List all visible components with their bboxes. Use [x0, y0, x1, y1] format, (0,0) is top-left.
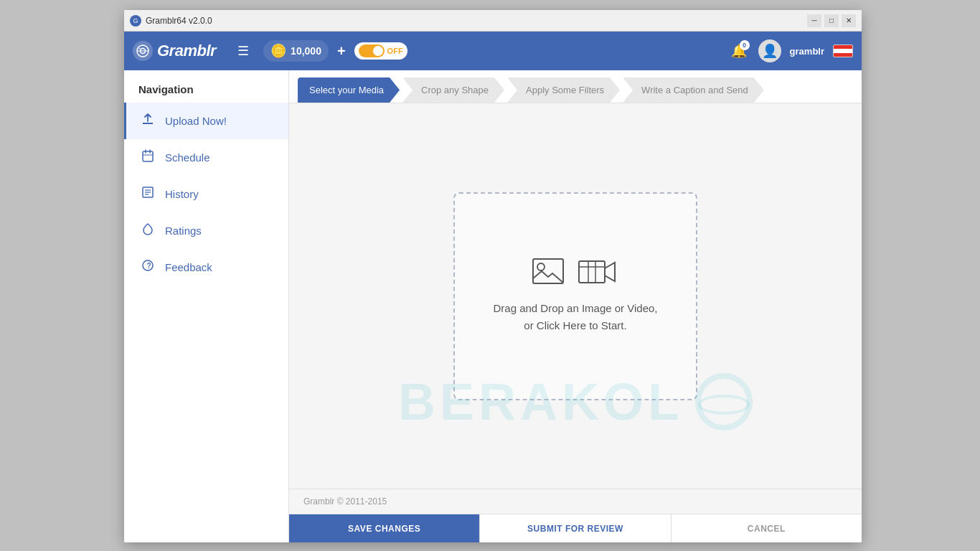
toggle-knob — [373, 46, 383, 56]
cancel-button[interactable]: CANCEL — [672, 514, 862, 542]
logo-icon: + — [133, 41, 153, 61]
svg-rect-16 — [579, 261, 605, 283]
upload-text: Drag and Drop an Image or Video, or Clic… — [493, 300, 657, 334]
svg-point-15 — [537, 263, 545, 270]
tab-label-apply-filters: Apply Some Filters — [526, 85, 604, 95]
submit-button[interactable]: SUBMIT FOR REVIEW — [479, 514, 671, 542]
sidebar-item-label-schedule: Schedule — [165, 151, 210, 164]
upload-icons — [532, 258, 618, 290]
sidebar-item-schedule[interactable]: Schedule — [124, 139, 288, 176]
tab-label-select-media: Select your Media — [309, 85, 384, 95]
content-footer: Gramblr © 2011-2015 — [289, 489, 862, 514]
sidebar-item-label-history: History — [165, 188, 199, 200]
sidebar-item-label-feedback: Feedback — [165, 261, 212, 273]
notification-bell[interactable]: 🔔 0 — [728, 40, 750, 62]
ratings-icon — [141, 222, 155, 239]
dropzone[interactable]: Drag and Drop an Image or Video, or Clic… — [453, 192, 697, 400]
coins-value: 10,000 — [291, 45, 321, 57]
tab-caption-send[interactable]: Write a Caption and Send — [623, 77, 764, 103]
main-layout: Navigation Upload Now! — [124, 70, 862, 542]
sidebar-item-upload[interactable]: Upload Now! — [124, 103, 288, 139]
flag-image — [833, 44, 853, 57]
app-icon: G — [130, 15, 141, 27]
image-icon — [532, 258, 573, 290]
watermark-globe — [695, 373, 753, 430]
sidebar-item-label-ratings: Ratings — [165, 225, 202, 237]
bell-badge: 0 — [740, 40, 750, 50]
add-button[interactable]: + — [337, 43, 346, 60]
svg-text:?: ? — [147, 262, 151, 270]
user-avatar: 👤 — [758, 39, 781, 62]
feedback-icon: ? — [141, 259, 155, 276]
drop-text-line2: or Click Here to Start. — [524, 319, 626, 331]
upload-section: Drag and Drop an Image or Video, or Clic… — [289, 103, 862, 489]
flag-icon — [833, 44, 853, 57]
sidebar-nav-label: Navigation — [124, 70, 288, 103]
tab-apply-filters[interactable]: Apply Some Filters — [507, 77, 620, 103]
drop-text-line1: Drag and Drop an Image or Video, — [493, 302, 657, 314]
maximize-button[interactable]: □ — [824, 14, 839, 27]
sidebar-item-label-upload: Upload Now! — [165, 115, 227, 127]
history-icon — [141, 186, 155, 202]
app-window: G Gramblr64 v2.0.0 ─ □ ✕ + Gramblr — [124, 10, 862, 542]
svg-rect-4 — [143, 151, 153, 161]
copyright-text: Gramblr © 2011-2015 — [303, 496, 387, 507]
svg-rect-14 — [533, 259, 563, 283]
upload-icon — [141, 113, 155, 129]
close-button[interactable]: ✕ — [842, 14, 856, 27]
username: gramblr — [790, 46, 824, 57]
toggle-label: OFF — [387, 47, 403, 55]
video-icon — [578, 258, 618, 290]
window-controls: ─ □ ✕ — [807, 14, 856, 27]
tab-label-caption-send: Write a Caption and Send — [641, 85, 748, 95]
coins-display: 🪙 10,000 — [263, 40, 329, 62]
bottom-bar: SAVE CHANGES SUBMIT FOR REVIEW CANCEL — [289, 514, 862, 542]
step-tabs: Select your Media Crop any Shape Apply S… — [289, 70, 862, 103]
logo-text: Gramblr — [157, 42, 216, 60]
app-logo: + Gramblr — [133, 41, 216, 61]
sidebar: Navigation Upload Now! — [124, 70, 289, 542]
window-title: Gramblr64 v2.0.0 — [146, 16, 807, 26]
title-bar: G Gramblr64 v2.0.0 ─ □ ✕ — [124, 10, 862, 32]
sidebar-item-ratings[interactable]: Ratings — [124, 212, 288, 249]
tab-crop-shape[interactable]: Crop any Shape — [402, 77, 504, 103]
toggle-container[interactable]: OFF — [354, 42, 407, 60]
save-button[interactable]: SAVE CHANGES — [289, 514, 479, 542]
coin-icon: 🪙 — [270, 43, 286, 59]
tab-label-crop-shape: Crop any Shape — [421, 85, 489, 95]
content-area: Select your Media Crop any Shape Apply S… — [289, 70, 862, 542]
sidebar-item-history[interactable]: History — [124, 176, 288, 212]
menu-button[interactable]: ☰ — [232, 40, 255, 62]
sidebar-item-feedback[interactable]: ? Feedback — [124, 249, 288, 286]
schedule-icon — [141, 149, 155, 166]
tab-select-media[interactable]: Select your Media — [298, 77, 400, 103]
topbar: + Gramblr ☰ 🪙 10,000 + OFF 🔔 0 — [124, 32, 862, 70]
app-container: + Gramblr ☰ 🪙 10,000 + OFF 🔔 0 — [124, 32, 862, 542]
toggle-track — [359, 44, 385, 57]
minimize-button[interactable]: ─ — [807, 14, 821, 27]
